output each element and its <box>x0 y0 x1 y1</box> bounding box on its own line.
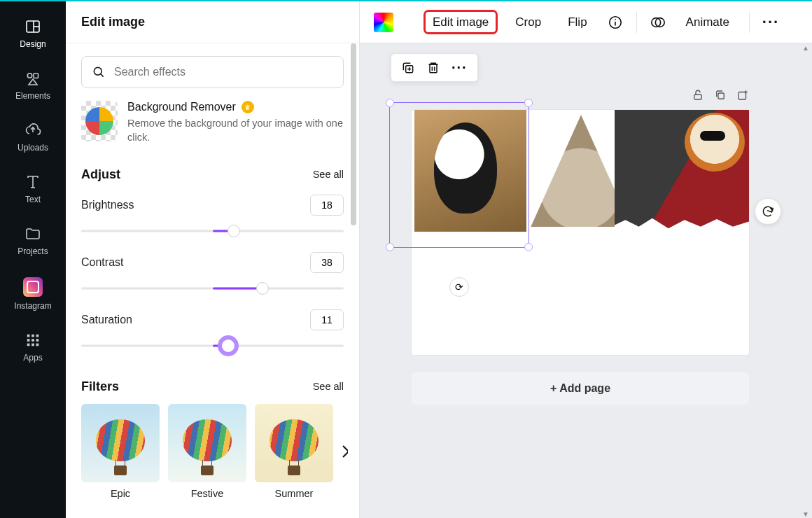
panel-body: Background Remover ♛ Remove the backgrou… <box>66 43 359 518</box>
svg-rect-14 <box>27 344 30 346</box>
svg-rect-15 <box>31 344 34 346</box>
top-toolbar: Edit image Crop Flip Animate ··· <box>360 1 812 43</box>
selection-float-toolbar: ··· <box>391 53 478 82</box>
svg-rect-16 <box>36 344 39 346</box>
bg-remover-card[interactable]: Background Remover ♛ Remove the backgrou… <box>81 101 344 145</box>
scroll-up-icon[interactable]: ▲ <box>802 43 809 52</box>
svg-rect-30 <box>694 94 702 99</box>
nav-item-uploads[interactable]: Uploads <box>0 112 66 164</box>
nav-label: Text <box>25 195 41 204</box>
design-icon <box>24 18 41 35</box>
svg-point-21 <box>615 18 616 20</box>
resize-handle-br[interactable] <box>524 243 533 251</box>
nav-item-text[interactable]: Text <box>0 164 66 216</box>
svg-rect-13 <box>36 339 39 342</box>
flip-button[interactable]: Flip <box>561 12 594 32</box>
filter-thumb <box>255 404 333 482</box>
info-icon[interactable] <box>607 14 624 31</box>
app-root: Design Elements Uploads Text Projects <box>0 0 812 518</box>
svg-rect-31 <box>718 93 724 99</box>
more-icon[interactable]: ··· <box>451 59 468 76</box>
selection-box[interactable] <box>389 102 529 248</box>
add-page-icon[interactable] <box>736 89 749 102</box>
svg-marker-5 <box>29 79 37 85</box>
transparency-icon[interactable] <box>650 14 666 31</box>
adjust-see-all[interactable]: See all <box>313 169 344 180</box>
canvas-image-3[interactable] <box>615 110 749 232</box>
duplicate-icon[interactable] <box>401 61 415 75</box>
saturation-slider[interactable] <box>81 337 344 354</box>
nav-label: Instagram <box>14 301 51 311</box>
svg-rect-32 <box>738 92 746 100</box>
brightness-slider[interactable] <box>81 223 344 239</box>
separator <box>636 12 637 33</box>
color-swatch[interactable] <box>374 13 393 32</box>
nav-item-instagram[interactable]: Instagram <box>0 267 66 322</box>
adjust-row-contrast: Contrast 38 <box>81 252 344 297</box>
svg-rect-10 <box>36 335 39 337</box>
adjust-label: Brightness <box>81 199 134 211</box>
search-input-wrap[interactable] <box>81 56 344 88</box>
nav-label: Apps <box>23 353 42 363</box>
resize-handle-tr[interactable] <box>524 99 533 107</box>
scroll-down-icon[interactable]: ▼ <box>802 510 809 518</box>
edit-image-button[interactable]: Edit image <box>426 12 496 32</box>
svg-rect-9 <box>31 335 34 337</box>
unlock-icon[interactable] <box>692 89 704 102</box>
filter-card-festive[interactable]: Festive <box>168 404 246 499</box>
adjust-value-input[interactable]: 18 <box>310 195 344 216</box>
adjust-label: Contrast <box>81 256 123 269</box>
animate-button[interactable]: Animate <box>679 12 736 32</box>
adjust-value-input[interactable]: 38 <box>310 252 344 273</box>
nav-item-design[interactable]: Design <box>0 8 66 60</box>
uploads-icon <box>24 122 41 139</box>
sync-icon[interactable]: ⟳ <box>449 277 469 297</box>
crop-button[interactable]: Crop <box>508 12 548 32</box>
regenerate-icon[interactable] <box>755 198 781 225</box>
nav-label: Elements <box>15 91 50 101</box>
adjust-value-input[interactable]: 11 <box>310 309 344 330</box>
svg-rect-8 <box>27 335 30 337</box>
bg-remover-subtitle: Remove the background of your image with… <box>127 116 344 145</box>
filters-row: Epic Festive Summer <box>81 404 344 499</box>
svg-point-3 <box>27 74 31 78</box>
search-icon <box>92 65 106 79</box>
filter-name: Festive <box>191 488 224 499</box>
nav-label: Projects <box>18 246 48 256</box>
filter-thumb <box>168 404 246 482</box>
separator <box>749 12 750 33</box>
duplicate-page-icon[interactable] <box>714 89 727 102</box>
nav-item-elements[interactable]: Elements <box>0 60 66 112</box>
delete-icon[interactable] <box>426 61 440 75</box>
filter-card-epic[interactable]: Epic <box>81 404 160 499</box>
filter-name: Summer <box>275 488 314 499</box>
canvas-scrollbar[interactable]: ▲ ▼ <box>802 43 809 518</box>
canvas-wrap[interactable]: ··· <box>360 43 812 518</box>
panel-scrollbar[interactable] <box>351 43 356 518</box>
filters-see-all[interactable]: See all <box>313 381 344 392</box>
bg-remover-texts: Background Remover ♛ Remove the backgrou… <box>127 101 344 145</box>
contrast-slider[interactable] <box>81 280 344 297</box>
nav-item-apps[interactable]: Apps <box>0 322 66 374</box>
filters-next-icon[interactable] <box>342 439 348 464</box>
pro-crown-icon: ♛ <box>241 101 254 113</box>
nav-label: Design <box>20 39 46 49</box>
search-input[interactable] <box>114 66 333 78</box>
side-panel: Edit image Background Remover ♛ <box>66 1 360 518</box>
projects-icon <box>24 225 41 242</box>
resize-handle-tl[interactable] <box>386 99 394 107</box>
adjust-row-brightness: Brightness 18 <box>81 195 344 239</box>
filters-heading: Filters <box>81 379 119 394</box>
panel-title: Edit image <box>66 1 359 43</box>
svg-rect-12 <box>31 339 34 342</box>
filter-card-summer[interactable]: Summer <box>255 404 333 499</box>
more-icon[interactable]: ··· <box>762 14 779 31</box>
svg-rect-27 <box>430 64 437 73</box>
nav-label: Uploads <box>18 143 48 153</box>
nav-rail: Design Elements Uploads Text Projects <box>0 1 66 518</box>
nav-item-projects[interactable]: Projects <box>0 216 66 267</box>
apps-icon <box>24 332 41 349</box>
svg-rect-4 <box>34 74 38 78</box>
resize-handle-bl[interactable] <box>386 243 394 251</box>
add-page-button[interactable]: + Add page <box>412 372 749 405</box>
